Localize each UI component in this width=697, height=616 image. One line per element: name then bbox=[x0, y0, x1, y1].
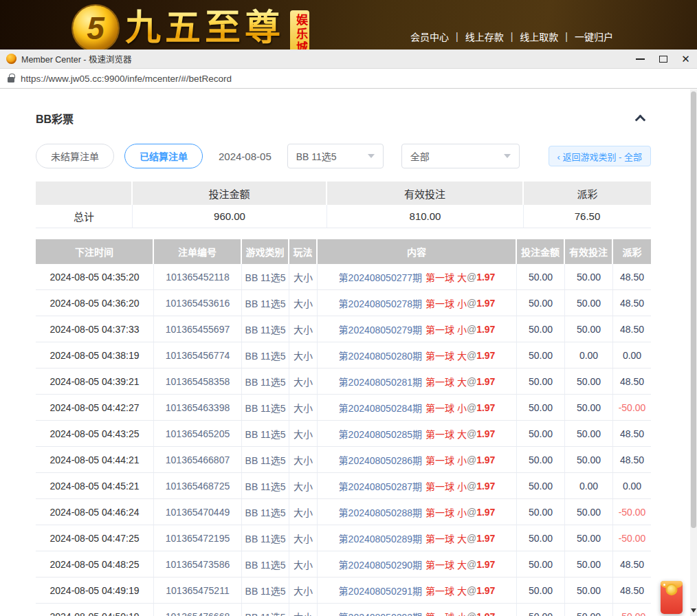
cell-bet-id: 101365473586 bbox=[154, 551, 242, 577]
cell-bet-amount: 50.00 bbox=[517, 447, 565, 472]
cell-bet-id: 101365466807 bbox=[154, 447, 242, 472]
cell-play-type: 大小 bbox=[289, 578, 318, 603]
col-content: 内容 bbox=[318, 239, 517, 264]
cell-time: 2024-08-05 04:50:19 bbox=[36, 604, 154, 616]
collapse-chevron-up-icon[interactable] bbox=[635, 115, 646, 126]
cell-time: 2024-08-05 04:35:20 bbox=[36, 264, 154, 289]
content-at-sign: @ bbox=[467, 376, 476, 387]
cell-time: 2024-08-05 04:48:25 bbox=[36, 551, 154, 577]
cell-payout: 48.50 bbox=[613, 368, 651, 394]
red-envelope-icon[interactable] bbox=[661, 581, 683, 614]
table-row: 2024-08-05 04:37:33 101365455697 BB 11选5… bbox=[36, 316, 651, 342]
back-to-category-button[interactable]: ‹ 返回游戏类别 - 全部 bbox=[549, 146, 652, 166]
summary-header-row: 投注金额 有效投注 派彩 bbox=[36, 182, 651, 205]
date-picker[interactable]: 2024-08-05 bbox=[219, 151, 272, 162]
settled-tab[interactable]: 已结算注单 bbox=[124, 144, 203, 168]
game-select[interactable]: BB 11选5 bbox=[287, 144, 384, 168]
table-row: 2024-08-05 04:49:19 101365475211 BB 11选5… bbox=[36, 578, 651, 604]
table-row: 2024-08-05 04:48:25 101365473586 BB 11选5… bbox=[36, 551, 651, 578]
cell-time: 2024-08-05 04:45:21 bbox=[36, 473, 154, 498]
summary-total-row: 总计 960.00 810.00 76.50 bbox=[36, 205, 651, 228]
content-odds: 1.97 bbox=[476, 402, 495, 413]
table-row: 2024-08-05 04:36:20 101365453616 BB 11选5… bbox=[36, 290, 651, 316]
unsettled-tab[interactable]: 未结算注单 bbox=[36, 144, 114, 168]
summary-header-payout: 派彩 bbox=[524, 182, 651, 205]
cell-content: 第202408050292期 第一球 小 @ 1.97 bbox=[318, 604, 517, 616]
summary-table: 投注金额 有效投注 派彩 总计 960.00 810.00 76.50 bbox=[36, 182, 651, 228]
nav-withdraw[interactable]: 线上取款 bbox=[520, 30, 558, 43]
content-odds: 1.97 bbox=[476, 533, 495, 544]
category-select[interactable]: 全部 bbox=[401, 144, 520, 168]
cell-payout: 48.50 bbox=[613, 316, 651, 342]
cell-valid-bet: 50.00 bbox=[565, 499, 613, 525]
content-odds: 1.97 bbox=[476, 559, 495, 570]
content-period: 第202408050278期 bbox=[339, 296, 422, 310]
close-button[interactable]: ✕ bbox=[674, 50, 697, 68]
cell-bet-amount: 50.00 bbox=[517, 264, 565, 289]
cell-game-type: BB 11选5 bbox=[242, 290, 289, 316]
cell-valid-bet: 50.00 bbox=[565, 316, 613, 342]
table-row: 2024-08-05 04:42:27 101365463398 BB 11选5… bbox=[36, 395, 651, 421]
cell-game-type: BB 11选5 bbox=[242, 395, 289, 420]
content-pick: 第一球 小 bbox=[425, 505, 467, 519]
cell-play-type: 大小 bbox=[289, 421, 318, 446]
content-period: 第202408050287期 bbox=[339, 479, 422, 493]
maximize-button[interactable] bbox=[652, 50, 674, 68]
content-pick: 第一球 大 bbox=[425, 584, 467, 597]
cell-time: 2024-08-05 04:38:19 bbox=[36, 342, 154, 368]
nav-deposit[interactable]: 线上存款 bbox=[465, 30, 504, 43]
cell-game-type: BB 11选5 bbox=[242, 551, 289, 577]
site-banner: 5 九五至尊 娱乐城 会员中心 | 线上存款 | 线上取款 | 一键归户 bbox=[0, 0, 697, 50]
nav-member-center[interactable]: 会员中心 bbox=[410, 30, 449, 43]
scrollbar-thumb[interactable] bbox=[691, 91, 696, 528]
col-bet-id: 注单编号 bbox=[154, 239, 242, 264]
nav-separator: | bbox=[511, 31, 513, 42]
cell-bet-amount: 50.00 bbox=[517, 551, 565, 577]
content-period: 第202408050286期 bbox=[339, 453, 422, 467]
table-row: 2024-08-05 04:35:20 101365452118 BB 11选5… bbox=[36, 264, 651, 290]
scrollbar-down-arrow-icon[interactable] bbox=[691, 608, 696, 613]
content-period: 第202408050290期 bbox=[339, 558, 422, 571]
game-select-value: BB 11选5 bbox=[296, 149, 337, 163]
browser-titlebar: Member Center - 极速浏览器 ✕ bbox=[0, 50, 697, 69]
url-bar[interactable]: https://www.jw05.cc:9900/infe/mcenter/#/… bbox=[0, 69, 697, 89]
table-row: 2024-08-05 04:43:25 101365465205 BB 11选5… bbox=[36, 421, 651, 447]
content-odds: 1.97 bbox=[476, 376, 495, 387]
cell-content: 第202408050287期 第一球 小 @ 1.97 bbox=[318, 473, 517, 498]
cell-bet-amount: 50.00 bbox=[517, 421, 565, 446]
cell-game-type: BB 11选5 bbox=[242, 447, 289, 472]
nav-one-key-transfer[interactable]: 一键归户 bbox=[575, 30, 613, 43]
cell-content: 第202408050280期 第一球 大 @ 1.97 bbox=[318, 342, 517, 368]
cell-bet-amount: 50.00 bbox=[517, 368, 565, 394]
col-game-type: 游戏类别 bbox=[242, 239, 289, 264]
content-period: 第202408050279期 bbox=[339, 322, 422, 336]
col-payout: 派彩 bbox=[613, 239, 651, 264]
content-pick: 第一球 小 bbox=[425, 453, 467, 467]
chevron-down-icon bbox=[368, 154, 375, 158]
content-period: 第202408050281期 bbox=[339, 375, 422, 388]
content-at-sign: @ bbox=[467, 324, 476, 335]
cell-valid-bet: 50.00 bbox=[565, 264, 613, 289]
section-header: BB彩票 bbox=[36, 110, 651, 126]
minimize-button[interactable] bbox=[629, 50, 652, 68]
cell-game-type: BB 11选5 bbox=[242, 604, 289, 616]
table-row: 2024-08-05 04:44:21 101365466807 BB 11选5… bbox=[36, 447, 651, 473]
summary-total-label: 总计 bbox=[36, 205, 133, 228]
content-period: 第202408050292期 bbox=[339, 610, 422, 616]
cell-content: 第202408050279期 第一球 小 @ 1.97 bbox=[318, 316, 517, 342]
page-scrollbar[interactable] bbox=[690, 89, 697, 616]
lock-icon bbox=[8, 77, 14, 82]
cell-play-type: 大小 bbox=[289, 395, 318, 420]
gold-coin-icon bbox=[666, 584, 678, 595]
cell-bet-id: 101365472195 bbox=[154, 525, 242, 551]
cell-valid-bet: 0.00 bbox=[565, 473, 613, 498]
cell-valid-bet: 50.00 bbox=[565, 368, 613, 394]
content-at-sign: @ bbox=[467, 507, 476, 518]
cell-play-type: 大小 bbox=[289, 264, 318, 289]
table-row: 2024-08-05 04:47:25 101365472195 BB 11选5… bbox=[36, 525, 651, 551]
cell-valid-bet: 50.00 bbox=[565, 290, 613, 316]
content-pick: 第一球 小 bbox=[425, 322, 467, 336]
window-controls: ✕ bbox=[629, 50, 697, 68]
cell-bet-id: 101365458358 bbox=[154, 368, 242, 394]
browser-favicon bbox=[6, 54, 16, 64]
